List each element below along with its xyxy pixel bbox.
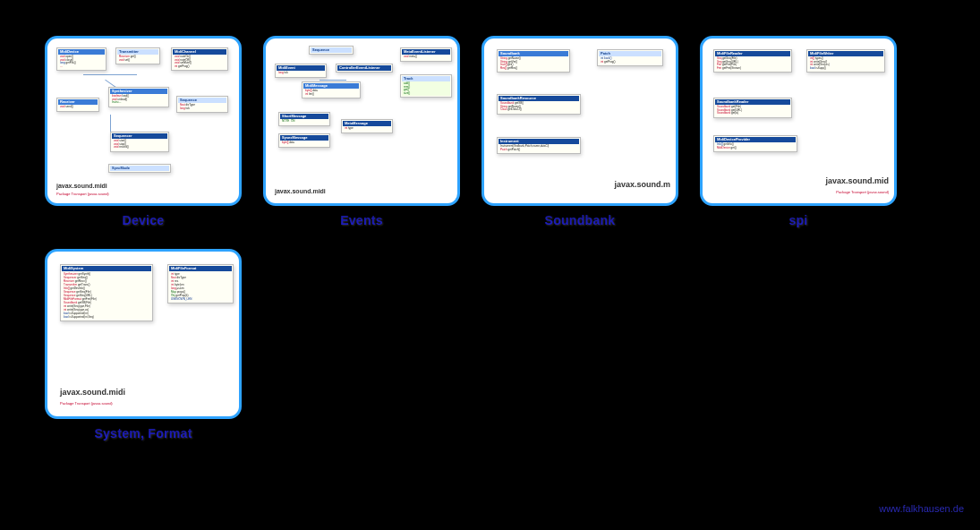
package-label: javax.sound.mid: [825, 176, 889, 185]
tile-label-device: Device: [123, 213, 165, 227]
thumbnail-spi[interactable]: MidiFileReader Seq getSeq(File)Seq getSe…: [700, 36, 897, 206]
tile-events[interactable]: Sequence MidiEvent long tick ControllerE…: [263, 36, 460, 227]
thumbnail-grid: MidiDevice void open()void close()long g…: [0, 0, 980, 449]
package-note: Package Transport (javax.sound): [56, 192, 109, 196]
footer-link[interactable]: www.falkhausen.de: [879, 503, 964, 514]
uml-class: ControllerEventListener: [337, 65, 391, 71]
uml-class-extra: SyncMode: [110, 166, 169, 171]
tile-label-system-format: System, Format: [94, 426, 192, 440]
package-note: Package Transport (javax.sound): [60, 401, 113, 406]
tile-soundbank[interactable]: Soundbank String getName()String getVer(…: [481, 36, 678, 227]
tile-label-spi: spi: [788, 213, 807, 227]
uml-class: Sequence: [311, 47, 352, 53]
package-label: javax.sound.m: [614, 180, 670, 189]
tile-device[interactable]: MidiDevice void open()void close()long g…: [45, 36, 242, 227]
tile-system-format[interactable]: MidiSystem Synthesizer getSynth() Sequen…: [45, 249, 242, 440]
tile-label-events: Events: [340, 213, 383, 227]
thumbnail-device[interactable]: MidiDevice void open()void close()long g…: [45, 36, 242, 206]
thumbnail-system-format[interactable]: MidiSystem Synthesizer getSynth() Sequen…: [45, 249, 242, 419]
thumbnail-soundbank[interactable]: Soundbank String getName()String getVer(…: [481, 36, 678, 206]
package-label: javax.sound.midi: [275, 188, 326, 194]
package-label: javax.sound.midi: [60, 388, 125, 397]
package-label: javax.sound.midi: [56, 183, 107, 189]
package-note: Package Transport (javax.sound): [836, 190, 889, 194]
tile-label-soundbank: Soundbank: [545, 213, 616, 227]
thumbnail-events[interactable]: Sequence MidiEvent long tick ControllerE…: [263, 36, 460, 206]
tile-spi[interactable]: MidiFileReader Seq getSeq(File)Seq getSe…: [700, 36, 897, 227]
